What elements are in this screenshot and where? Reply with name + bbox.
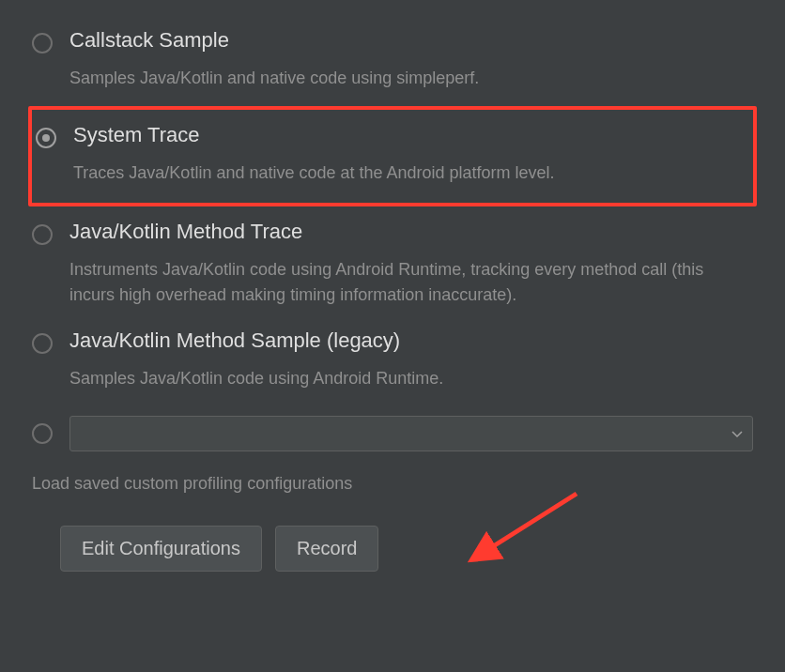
radio-dot-icon — [42, 134, 50, 142]
option-text: Java/Kotlin Method Trace Instruments Jav… — [69, 220, 753, 308]
option-title: Callstack Sample — [69, 28, 753, 53]
radio-java-kotlin-method-trace[interactable] — [32, 224, 53, 245]
option-java-kotlin-method-trace[interactable]: Java/Kotlin Method Trace Instruments Jav… — [28, 210, 757, 319]
annotation-arrow-icon — [464, 484, 595, 569]
custom-config-row — [28, 408, 757, 459]
option-java-kotlin-method-sample[interactable]: Java/Kotlin Method Sample (legacy) Sampl… — [28, 319, 757, 403]
edit-configurations-button[interactable]: Edit Configurations — [60, 526, 262, 572]
custom-config-dropdown[interactable] — [69, 416, 753, 451]
option-text: System Trace Traces Java/Kotlin and nati… — [73, 123, 749, 186]
option-title: Java/Kotlin Method Trace — [69, 220, 753, 244]
option-text: Java/Kotlin Method Sample (legacy) Sampl… — [69, 328, 753, 391]
option-system-trace[interactable]: System Trace Traces Java/Kotlin and nati… — [28, 106, 757, 206]
option-text: Callstack Sample Samples Java/Kotlin and… — [69, 28, 753, 91]
help-text: Load saved custom profiling configuratio… — [32, 474, 757, 494]
radio-callstack-sample[interactable] — [32, 33, 53, 53]
option-callstack-sample[interactable]: Callstack Sample Samples Java/Kotlin and… — [28, 19, 757, 102]
svg-line-1 — [487, 494, 577, 550]
option-desc: Instruments Java/Kotlin code using Andro… — [69, 257, 753, 308]
option-title: System Trace — [73, 123, 749, 147]
radio-system-trace[interactable] — [36, 128, 56, 148]
option-desc: Samples Java/Kotlin code using Android R… — [69, 366, 753, 391]
option-desc: Samples Java/Kotlin and native code usin… — [69, 66, 753, 91]
radio-java-kotlin-method-sample[interactable] — [32, 333, 53, 354]
option-desc: Traces Java/Kotlin and native code at th… — [73, 160, 749, 186]
radio-custom-config[interactable] — [32, 423, 53, 444]
option-title: Java/Kotlin Method Sample (legacy) — [69, 328, 753, 353]
chevron-down-icon — [731, 425, 743, 442]
button-row: Edit Configurations Record — [60, 526, 757, 572]
record-button[interactable]: Record — [275, 526, 378, 572]
